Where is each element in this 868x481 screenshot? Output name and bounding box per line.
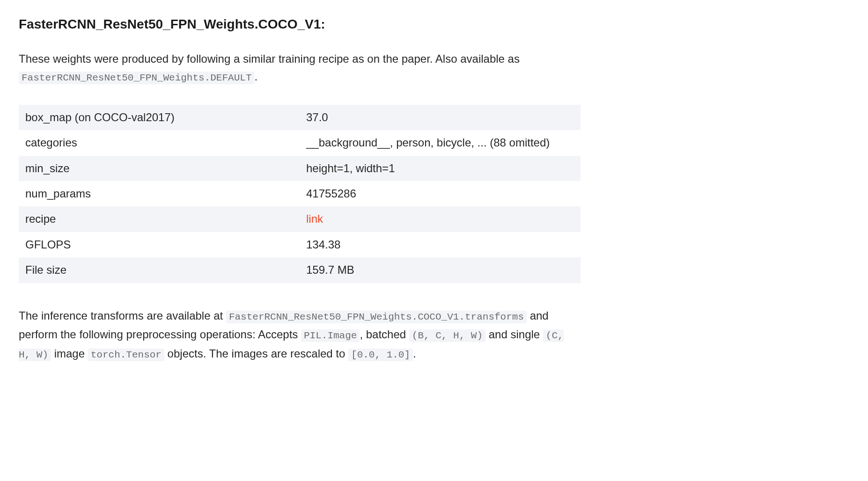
weights-description: These weights were produced by following… [19, 50, 581, 86]
table-cell-value: 41755286 [300, 181, 581, 206]
table-cell-value: 159.7 MB [300, 257, 581, 283]
table-cell-value: link [300, 206, 581, 232]
transforms-description: The inference transforms are available a… [19, 306, 581, 364]
weights-table: box_map (on COCO-val2017)37.0categories_… [19, 105, 581, 283]
description-pre-text: These weights were produced by following… [19, 52, 520, 65]
transforms-text: The inference transforms are available a… [19, 309, 226, 322]
table-cell-label: num_params [19, 181, 300, 206]
table-cell-label: recipe [19, 206, 300, 232]
transforms-text: image [51, 347, 88, 360]
table-row: recipelink [19, 206, 581, 232]
table-cell-value: 37.0 [300, 105, 581, 130]
transforms-text: and single [485, 328, 543, 341]
description-post-text: . [254, 70, 257, 83]
table-cell-label: File size [19, 257, 300, 283]
table-cell-value: height=1, width=1 [300, 156, 581, 181]
table-cell-label: GFLOPS [19, 232, 300, 257]
weights-title: FasterRCNN_ResNet50_FPN_Weights.COCO_V1 [19, 17, 321, 31]
transforms-text: , batched [360, 328, 409, 341]
transforms-code-range: [0.0, 1.0] [348, 349, 413, 361]
transforms-code-tensor: torch.Tensor [88, 349, 164, 361]
table-cell-value: 134.38 [300, 232, 581, 257]
transforms-code-path: FasterRCNN_ResNet50_FPN_Weights.COCO_V1.… [226, 311, 527, 323]
transforms-code-pil: PIL.Image [301, 329, 360, 342]
transforms-code-batched: (B, C, H, W) [409, 329, 485, 342]
transforms-text: objects. The images are rescaled to [164, 347, 348, 360]
table-cell-label: min_size [19, 156, 300, 181]
table-row: num_params41755286 [19, 181, 581, 206]
table-cell-value: __background__, person, bicycle, ... (88… [300, 130, 581, 155]
weights-heading: FasterRCNN_ResNet50_FPN_Weights.COCO_V1: [19, 14, 849, 35]
table-cell-label: categories [19, 130, 300, 155]
description-code: FasterRCNN_ResNet50_FPN_Weights.DEFAULT [19, 72, 254, 84]
heading-colon: : [321, 17, 325, 31]
table-row: GFLOPS134.38 [19, 232, 581, 257]
transforms-text: . [413, 347, 416, 360]
table-row: box_map (on COCO-val2017)37.0 [19, 105, 581, 130]
table-row: min_sizeheight=1, width=1 [19, 156, 581, 181]
table-row: File size159.7 MB [19, 257, 581, 283]
table-row: categories__background__, person, bicycl… [19, 130, 581, 155]
table-cell-label: box_map (on COCO-val2017) [19, 105, 300, 130]
recipe-link[interactable]: link [306, 212, 323, 225]
